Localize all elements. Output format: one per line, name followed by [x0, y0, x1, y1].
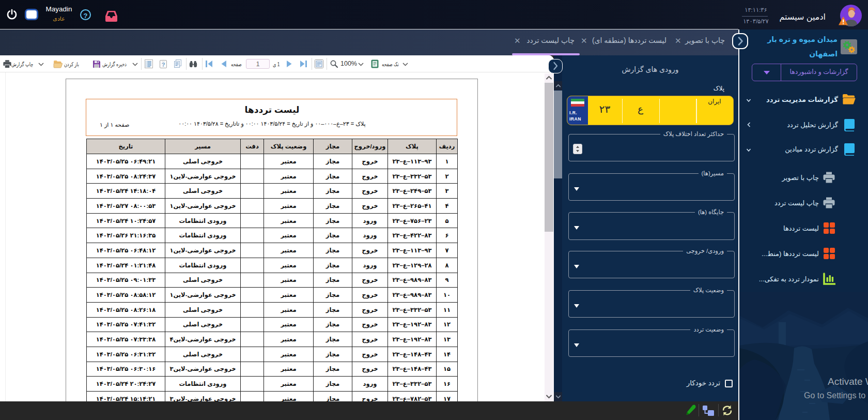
- svg-text:?: ?: [162, 62, 165, 68]
